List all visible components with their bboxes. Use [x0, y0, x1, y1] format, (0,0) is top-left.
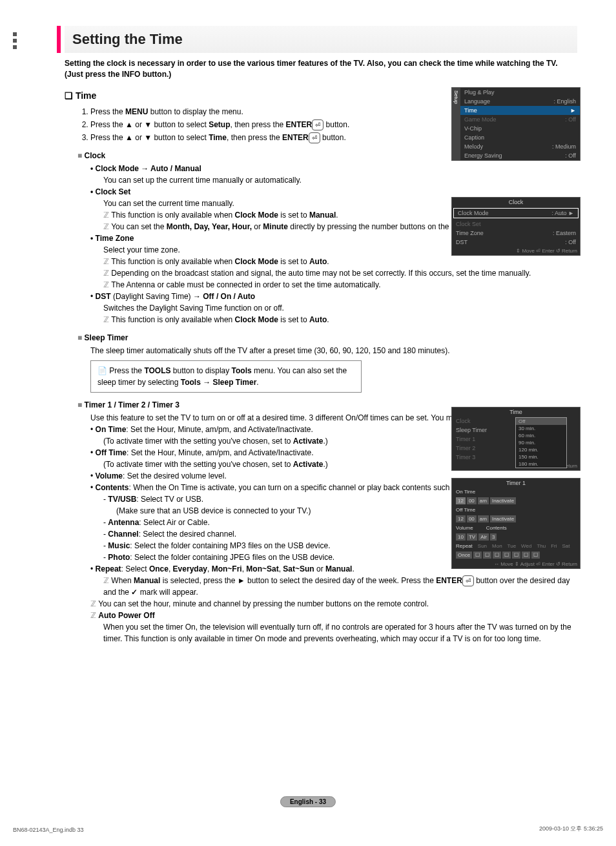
apo-heading: Auto Power Off [90, 610, 577, 621]
osd1-r7k: Energy Saving [464, 152, 502, 159]
tf: Tools → Sleep Timer [181, 378, 257, 387]
osd1-r7v: : Off [565, 152, 576, 159]
popup-1: 30 min. [516, 425, 566, 432]
rh: Manual [325, 564, 352, 573]
off-a: Off Time [96, 448, 127, 457]
on-a: On Time [96, 425, 127, 434]
cv2: 3 [490, 533, 497, 541]
off-hr: 12 [456, 515, 466, 522]
enter-icon: ⏎ [309, 132, 320, 143]
step1-b: MENU [125, 107, 148, 116]
vol-a: Volume [96, 471, 123, 480]
on-ampm: am [478, 497, 489, 504]
rc: Once [149, 564, 169, 573]
osd2r2k: Clock Set [456, 221, 481, 227]
osd4-once-row: Once ☐☐☐☐☐☐☐ [452, 550, 580, 560]
ra: Repeat [96, 564, 121, 573]
rng: mark will appear. [140, 588, 198, 597]
osd1-r3v: : Off [565, 116, 576, 123]
step2-d: ENTER [286, 120, 313, 129]
off-c: (To activate timer with the setting you'… [103, 460, 293, 469]
n2b: Month, Day, Year, Hour, [167, 222, 252, 231]
n6c: is set to [278, 315, 309, 324]
osd2-footer: ⇕ Move ⏎ Enter ↺ Return [452, 247, 580, 255]
intro-text: Setting the clock is necessary in order … [65, 58, 577, 80]
off-d: Activate [293, 460, 323, 469]
off-e: .) [323, 460, 327, 469]
osd1-r3: Game Mode: Off [460, 115, 580, 124]
cha: Channel [108, 530, 138, 539]
osd-setup-menu: Setup Plug & Play Language: English Time… [451, 87, 580, 161]
tva: TV/USB [108, 495, 136, 504]
tvb: : Select TV or USB. [136, 495, 203, 504]
off-ampm: am [478, 515, 489, 522]
osd3-popup: Off 30 min. 60 min. 90 min. 120 min. 150… [515, 417, 567, 468]
vol-val: 10 [456, 533, 466, 541]
antb: : Select Air or Cable. [139, 518, 209, 527]
dst-a: DST [96, 292, 111, 301]
rep-lbl: Repeat [456, 543, 473, 549]
osd4-vol-cont-row: 10 TV Air 3 [452, 532, 580, 542]
n1b: Clock Mode [235, 211, 278, 220]
osd2r1v: : Auto [552, 210, 567, 216]
sleep-heading: Sleep Timer [77, 333, 577, 342]
anta: Antenna [108, 518, 139, 527]
osd1-r2k: Language [464, 98, 490, 105]
once-cell: Once [456, 552, 472, 559]
osd1-r4: V-Chip [460, 124, 580, 133]
step3-b: Time [209, 133, 227, 142]
tools-tip-1: Press the TOOLS button to display Tools … [98, 365, 354, 388]
ta: Press the [109, 366, 144, 375]
dst-c: Off / On / Auto [203, 292, 255, 301]
on-act: Inactivate [490, 497, 516, 504]
osd1-side-label: Setup [452, 88, 460, 160]
clock-note3: This function is only available when Clo… [103, 256, 577, 267]
osd2r1k: Clock Mode [458, 210, 489, 216]
osd1-hlk: Time [464, 107, 477, 114]
on-hr: 12 [456, 497, 466, 504]
tools-tip-box: Press the TOOLS button to display Tools … [90, 360, 362, 393]
step3-d: ENTER [282, 133, 309, 142]
osd1-r4k: V-Chip [464, 125, 482, 132]
n1d: Manual [309, 211, 336, 220]
osd1-r6k: Melody [464, 143, 483, 150]
n1c: is set to [278, 211, 309, 220]
osd-time-menu: Time Clock Sleep Timer Timer 1 Timer 2 T… [451, 407, 580, 471]
osd4-title: Timer 1 [452, 479, 580, 488]
osd4-on-row: 12 00 am Inactivate [452, 496, 580, 506]
osd1-r3k: Game Mode [464, 116, 497, 123]
osd1-r2v: : English [553, 98, 576, 105]
osd2r4k: DST [456, 239, 467, 245]
osd4-vol-cont-labels: VolumeContents [452, 524, 580, 532]
clock-note5: The Antenna or cable must be connected i… [103, 279, 577, 291]
osd2-r3: Time Zone: Eastern [452, 229, 580, 238]
n3e: . [327, 257, 329, 266]
dst-b: (Daylight Saving Time) → [111, 292, 203, 301]
osd4-cont-lbl: Contents [486, 525, 507, 531]
footer-left: BN68-02143A_Eng.indb 33 [13, 827, 84, 833]
rnc: is selected, press the ► button to selec… [160, 576, 436, 585]
step3-e: button. [320, 133, 346, 142]
ma: Music [108, 541, 130, 550]
enter-icon: ⏎ [312, 119, 323, 130]
popup-6: 180 min. [516, 460, 566, 468]
osd2r3v: : Eastern [553, 230, 576, 236]
step2-e: button. [323, 120, 349, 129]
rf: Mon~Sat [246, 564, 278, 573]
d2: Tue [508, 543, 517, 549]
off-b: : Set the Hour, Minute, am/pm, and Activ… [127, 448, 313, 457]
step2-b: Setup [209, 120, 230, 129]
apo-desc: When you set the timer On, the televisio… [103, 621, 577, 645]
osd1-r1: Plug & Play [460, 88, 580, 97]
d3: Wed [521, 543, 531, 549]
repeat-note: When Manual is selected, press the ► but… [103, 575, 577, 598]
clock-note6: This function is only available when Clo… [103, 314, 577, 325]
osd1-r5k: Caption [464, 134, 484, 141]
re: Mon~Fri [212, 564, 242, 573]
on-b: : Set the Hour, Minute, am/pm, and Activ… [126, 425, 313, 434]
number-note: You can set the hour, minute and channel… [90, 598, 577, 610]
td: Tools [232, 366, 252, 375]
step3-a: Press the ▲ or ▼ button to select [90, 133, 209, 142]
rnb: Manual [134, 576, 160, 585]
on-min: 00 [467, 497, 477, 504]
